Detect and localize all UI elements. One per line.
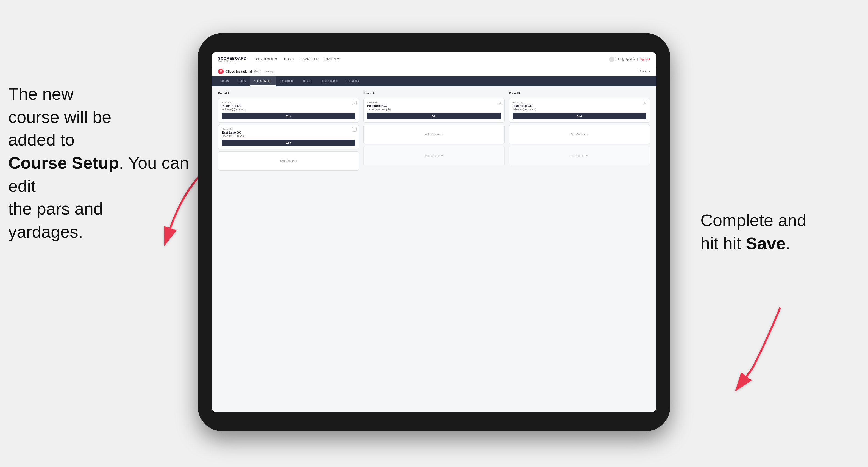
annotation-right-line2: hit [701, 234, 723, 253]
nav-committee[interactable]: COMMITTEE [300, 58, 318, 61]
round3-course-a-tee: Yellow (M) (6629 yds) [513, 108, 646, 111]
round2-add-course-plus-disabled: + [441, 154, 443, 158]
round1-course-a-tee: Yellow (M) (6629 yds) [222, 108, 355, 111]
round1-course-b-card: □ (Course B) East Lake GC Black (M) (689… [218, 125, 359, 149]
round2-add-course-card[interactable]: Add Course + [363, 125, 504, 144]
round3-add-course-plus: + [586, 132, 588, 136]
round1-course-a-card: □ (Course A) Peachtree GC Yellow (M) (66… [218, 98, 359, 123]
round1-course-a-delete[interactable]: □ [352, 100, 356, 105]
round2-add-course-text-disabled: Add Course [425, 154, 440, 157]
tab-teams[interactable]: Teams [233, 76, 250, 86]
round1-course-a-name: Peachtree GC [222, 104, 355, 107]
round2-course-a-edit-button[interactable]: Edit [367, 113, 501, 120]
cancel-label: Cancel [639, 70, 647, 73]
right-arrow-icon [709, 302, 797, 401]
round1-course-a-edit-button[interactable]: Edit [222, 113, 355, 120]
round-3-column: Round 3 □ (Course A) Peachtree GC Yellow… [509, 92, 650, 170]
clippd-logo: C [218, 69, 224, 74]
cancel-button[interactable]: Cancel × [639, 70, 650, 73]
annotation-line1: The new [8, 84, 73, 103]
rounds-container: Round 1 □ (Course A) Peachtree GC Yellow… [218, 92, 650, 170]
nav-rankings[interactable]: RANKINGS [325, 58, 340, 61]
cancel-icon: × [648, 70, 650, 73]
main-content: Round 1 □ (Course A) Peachtree GC Yellow… [212, 86, 656, 412]
nav-separator: | [637, 58, 638, 61]
tournament-bar-left: C Clippd Invitational (Men) Hosting [218, 69, 273, 74]
nav-teams[interactable]: TEAMS [283, 58, 293, 61]
round2-course-a-label: (Course A) [367, 101, 501, 103]
tournament-name: Clippd Invitational [226, 70, 252, 73]
round1-course-b-name: East Lake GC [222, 131, 355, 134]
round3-add-course-plus-disabled: + [586, 154, 588, 158]
hosting-badge: Hosting [265, 70, 273, 73]
round3-course-a-name: Peachtree GC [513, 104, 646, 107]
round2-course-a-card: □ (Course A) Peachtree GC Yellow (M) (66… [363, 98, 504, 123]
round-2-column: Round 2 □ (Course A) Peachtree GC Yellow… [363, 92, 504, 170]
round-1-label: Round 1 [218, 92, 359, 95]
round1-course-b-label: (Course B) [222, 128, 355, 130]
round1-add-course-text: Add Course [280, 160, 294, 163]
round2-course-a-tee: Yellow (M) (6629 yds) [367, 108, 501, 111]
top-navigation: SCOREBOARD Powered by clippd TOURNAMENTS… [212, 52, 656, 66]
scoreboard-logo: SCOREBOARD Powered by clippd [218, 57, 247, 62]
annotation-right-bold: Save [746, 234, 785, 253]
round3-course-a-card: □ (Course A) Peachtree GC Yellow (M) (66… [509, 98, 650, 123]
logo-subtitle: Powered by clippd [218, 60, 247, 62]
annotation-line6: yardages. [8, 222, 83, 241]
round2-add-course-text: Add Course [425, 133, 440, 136]
round1-add-course-plus: + [296, 159, 298, 163]
logo-letter: C [220, 70, 222, 73]
tab-results[interactable]: Results [299, 76, 316, 86]
tournament-bar: C Clippd Invitational (Men) Hosting Canc… [212, 66, 656, 76]
annotation-line5: the pars and [8, 199, 103, 218]
tab-leaderboards[interactable]: Leaderboards [316, 76, 342, 86]
round3-add-course-text-disabled: Add Course [570, 154, 585, 157]
round1-course-b-delete[interactable]: □ [352, 127, 356, 132]
nav-right: blair@clippd.io | Sign out [609, 57, 650, 62]
round3-add-course-card-disabled: Add Course + [509, 146, 650, 165]
round1-course-b-edit-button[interactable]: Edit [222, 139, 355, 146]
round2-course-a-name: Peachtree GC [367, 104, 501, 107]
tab-printables[interactable]: Printables [342, 76, 363, 86]
tab-tee-groups[interactable]: Tee Groups [276, 76, 299, 86]
annotation-right-after: . [785, 234, 790, 253]
round-1-column: Round 1 □ (Course A) Peachtree GC Yellow… [218, 92, 359, 170]
round-3-label: Round 3 [509, 92, 650, 95]
sign-out-link[interactable]: Sign out [640, 58, 650, 61]
user-email: blair@clippd.io [617, 58, 635, 61]
right-annotation: Complete and hit hit Save. [701, 209, 860, 255]
round3-add-course-text: Add Course [570, 133, 585, 136]
round2-add-course-plus: + [441, 132, 443, 136]
round2-add-course-card-disabled: Add Course + [363, 146, 504, 165]
nav-tournaments[interactable]: TOURNAMENTS [254, 58, 277, 61]
tab-bar: Details Teams Course Setup Tee Groups Re… [212, 76, 656, 86]
round-2-label: Round 2 [363, 92, 504, 95]
annotation-right-line1: Complete and [701, 211, 806, 230]
tab-course-setup[interactable]: Course Setup [250, 76, 276, 86]
nav-left: SCOREBOARD Powered by clippd TOURNAMENTS… [218, 57, 340, 62]
round3-course-a-label: (Course A) [513, 101, 646, 103]
round2-course-a-delete[interactable]: □ [498, 100, 502, 105]
round1-add-course-card[interactable]: Add Course + [218, 151, 359, 170]
round1-course-a-label: (Course A) [222, 101, 355, 103]
annotation-line3: added to [8, 130, 74, 149]
round3-course-a-delete[interactable]: □ [643, 100, 647, 105]
tab-details[interactable]: Details [216, 76, 233, 86]
annotation-bold: Course Setup [8, 153, 119, 172]
logo-title: SCOREBOARD [218, 57, 247, 60]
nav-links: TOURNAMENTS TEAMS COMMITTEE RANKINGS [254, 58, 340, 61]
avatar [609, 57, 615, 62]
round3-add-course-card[interactable]: Add Course + [509, 125, 650, 144]
round3-course-a-edit-button[interactable]: Edit [513, 113, 646, 120]
annotation-line2: course will be [8, 107, 112, 126]
tournament-gender: (Men) [254, 70, 261, 73]
round1-course-b-tee: Black (M) (6891 yds) [222, 134, 355, 137]
tablet-device: SCOREBOARD Powered by clippd TOURNAMENTS… [198, 33, 670, 431]
tablet-screen: SCOREBOARD Powered by clippd TOURNAMENTS… [212, 52, 656, 412]
